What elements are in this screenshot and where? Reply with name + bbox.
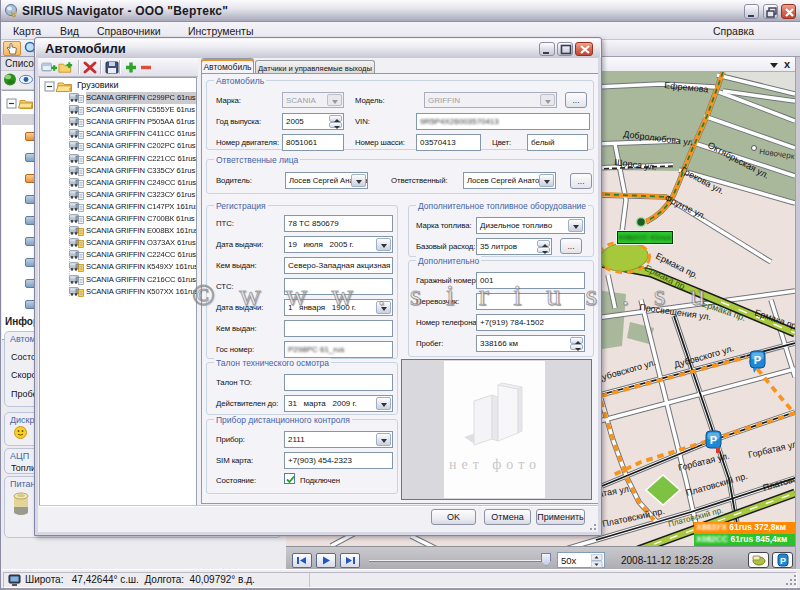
skip-start-button[interactable] [292, 553, 312, 568]
menu-tools[interactable]: Инструменты [188, 25, 253, 37]
ok-button[interactable]: OK [431, 509, 476, 525]
tab-sensors[interactable]: Датчики и управляемые выходы [255, 60, 375, 73]
play-button[interactable] [316, 553, 336, 568]
brand-combo[interactable]: SCANIA [282, 92, 344, 108]
dialog-tabstrip: Автомобиль Датчики и управляемые выходы [201, 58, 600, 73]
folder-watermark-icon [462, 375, 528, 453]
globe-icon[interactable] [3, 73, 17, 86]
main-titlebar: SIRIUS Navigator - ООО "Вертекс" [1, 0, 800, 22]
dropdown-button[interactable] [540, 94, 555, 106]
carrier-field[interactable] [476, 293, 585, 310]
delete-icon[interactable] [82, 60, 98, 75]
sts-field[interactable] [284, 278, 393, 295]
close-button[interactable] [781, 4, 796, 19]
save-icon[interactable] [104, 60, 120, 75]
dialog-toolbar [38, 58, 198, 77]
dropdown-button[interactable] [539, 174, 554, 187]
application-window: SIRIUS Navigator - ООО "Вертекс" Карта В… [0, 0, 800, 590]
model-combo[interactable]: GRIFFIN [424, 92, 557, 108]
parking-toggle-button[interactable]: P [772, 552, 793, 568]
garage-number-field[interactable]: 001 [476, 272, 585, 289]
dropdown-button[interactable] [568, 219, 583, 232]
dialog-close-button[interactable] [575, 42, 593, 56]
track-report-button[interactable] [748, 552, 769, 568]
pts-date-picker[interactable]: 19 июля 2005 г. [284, 236, 393, 253]
spinner-buttons[interactable] [329, 115, 342, 128]
dropdown-button[interactable] [327, 94, 342, 106]
resize-grip[interactable] [786, 575, 798, 587]
plate-number-field[interactable]: Р298РС 61_rus [284, 341, 393, 358]
playback-toolbar: 50x 2008-11-12 18:25:28 P [286, 546, 795, 569]
photo-panel: нет фото [401, 359, 592, 500]
year-spinedit[interactable]: 2005 [282, 113, 344, 130]
svg-text:P: P [754, 354, 761, 366]
dropdown-button[interactable] [376, 397, 391, 410]
menu-references[interactable]: Справочники [97, 25, 161, 37]
pan-tool-button[interactable] [3, 41, 21, 56]
valid-until-picker[interactable]: 31 марта 2009 г. [284, 395, 393, 412]
color-field[interactable]: белый [527, 134, 588, 151]
engine-number-field[interactable]: 8051061 [282, 134, 344, 151]
apply-button[interactable]: Применить [536, 509, 585, 525]
maximize-button[interactable] [763, 4, 778, 19]
dialog-title: Автомобили [45, 41, 126, 56]
dialog-maximize-button[interactable] [557, 42, 573, 56]
plus-icon[interactable] [123, 60, 139, 75]
skip-end-button[interactable] [340, 553, 360, 568]
dropdown-button[interactable] [351, 174, 366, 187]
pts-field[interactable]: 78 ТС 850679 [284, 215, 393, 232]
dropdown-button[interactable] [376, 238, 391, 251]
minus-icon[interactable] [138, 60, 154, 75]
toolbar-separator [119, 60, 120, 74]
driver-combo[interactable]: Лосев Сергей Анатоль [285, 172, 368, 189]
menu-map[interactable]: Карта [13, 25, 41, 37]
menu-help[interactable]: Справка [713, 25, 754, 37]
vehicle-tab-page: Автомобиль Марка: SCANIA Модель: GRIFFIN… [201, 73, 600, 504]
fuel-rate-spinedit[interactable]: 35 литров [476, 238, 552, 255]
mileage-spinedit[interactable]: 338166 км [476, 335, 585, 352]
dialog-resize-grip[interactable] [587, 521, 597, 531]
vehicles-dialog: Автомобили [34, 37, 602, 536]
playback-timestamp: 2008-11-12 18:25:28 [621, 555, 713, 566]
playback-speed-input[interactable]: 50x [557, 552, 605, 568]
cancel-button[interactable]: Отмена [484, 509, 531, 525]
timeline-slider-handle[interactable] [541, 553, 551, 566]
vin-field[interactable]: 9R5P4X26003570413 [416, 113, 590, 130]
timeline-slider-track[interactable] [369, 560, 547, 562]
dropdown-button[interactable] [376, 433, 391, 446]
vehicle-map-label[interactable]: Х082СС 61rus [617, 231, 673, 244]
minimize-button[interactable] [744, 4, 759, 19]
computer-icon [8, 574, 22, 587]
sts-date-picker[interactable]: 1 января 1900 г. [284, 299, 393, 316]
fuel-brand-combo[interactable]: Дизельное топливо [476, 217, 585, 234]
dropdown-button[interactable] [376, 301, 391, 314]
map-close-icon[interactable]: x [784, 58, 790, 70]
battery-icon [12, 491, 30, 517]
vehicle-marker[interactable] [637, 218, 646, 227]
fuel-ellipsis-button[interactable]: ... [560, 238, 582, 254]
spinner-buttons[interactable] [537, 240, 550, 253]
phone-field[interactable]: +7(919) 784-1502 [476, 314, 585, 331]
responsible-combo[interactable]: Лосев Сергей Анатоль [463, 172, 556, 189]
model-ellipsis-button[interactable]: ... [565, 92, 587, 108]
add-group-icon[interactable] [58, 60, 74, 75]
sim-field[interactable]: +7(903) 454-2323 [284, 452, 393, 469]
device-combo[interactable]: 2111 [284, 431, 393, 448]
dialog-minimize-button[interactable] [539, 42, 555, 56]
dialog-vehicle-tree[interactable]: Грузовики SCANIA GRIFFIN [39, 77, 197, 506]
menu-view[interactable]: Вид [60, 25, 79, 37]
spinner-buttons[interactable] [570, 337, 583, 350]
sts-issuer-field[interactable] [284, 320, 393, 337]
tab-vehicle[interactable]: Автомобиль [201, 58, 254, 73]
distance-callout-green: Х082СС 61rus 845,4км [694, 534, 800, 546]
eye-icon[interactable] [19, 73, 33, 86]
ticket-field[interactable] [284, 374, 393, 391]
chevron-down-icon[interactable] [770, 63, 778, 68]
responsible-ellipsis-button[interactable]: ... [570, 173, 592, 189]
chassis-number-field[interactable]: 03570413 [416, 134, 481, 151]
add-vehicle-icon[interactable] [41, 60, 57, 75]
connected-checkbox[interactable] [284, 473, 295, 484]
pts-issuer-field[interactable]: Северо-Западная акцизная т [284, 257, 393, 274]
parking-marker-2[interactable]: P [706, 431, 721, 448]
no-photo-image: нет фото [444, 361, 545, 498]
